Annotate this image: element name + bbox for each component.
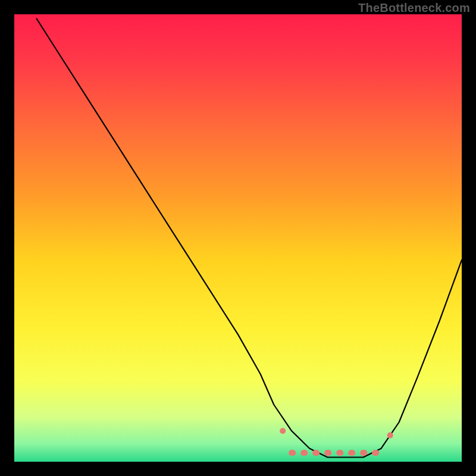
watermark-text: TheBottleneck.com [358, 1, 470, 15]
plot-area [14, 14, 462, 462]
valley-highlight-dot [280, 428, 286, 434]
chart-frame: TheBottleneck.com [0, 0, 476, 476]
bottleneck-curve [14, 14, 462, 462]
valley-highlight-dot [387, 433, 393, 439]
